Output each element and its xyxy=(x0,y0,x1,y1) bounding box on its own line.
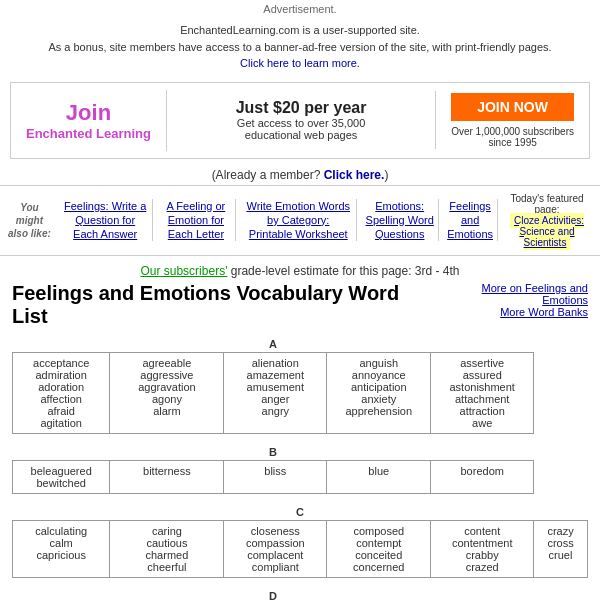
section-d-header: D xyxy=(13,586,534,601)
member-link[interactable]: Click here. xyxy=(324,168,385,182)
banner-right: JOIN NOW Over 1,000,000 subscribers sinc… xyxy=(436,83,589,158)
subscribers-link[interactable]: Our subscribers' xyxy=(140,264,227,278)
main-title-row: Feelings and Emotions Vocabulary Word Li… xyxy=(12,282,588,328)
nav-link-emotion-words[interactable]: Write Emotion Words by Category: Printab… xyxy=(240,199,357,242)
banner-join: Join Enchanted Learning xyxy=(11,90,167,151)
nav-links: Feelings: Write a Question for Each Answ… xyxy=(59,191,592,250)
nav-link-emotions-spelling[interactable]: Emotions: Spelling Word Questions xyxy=(361,199,439,242)
section-b-header: B xyxy=(13,442,534,461)
page-title: Feelings and Emotions Vocabulary Word Li… xyxy=(12,282,435,328)
title-links: More on Feelings and Emotions More Word … xyxy=(435,282,588,318)
join-now-button[interactable]: JOIN NOW xyxy=(451,93,574,121)
table-row: acceptance admiration adoration affectio… xyxy=(13,352,588,433)
table-row: beleaguered bewitched bitterness bliss b… xyxy=(13,460,588,493)
word-table: A acceptance admiration adoration affect… xyxy=(12,334,588,601)
you-might-label: Youmightalso like: xyxy=(8,201,51,240)
ad-bar: Advertisement. xyxy=(0,0,600,18)
enchanted-bar: EnchantedLearning.com is a user-supporte… xyxy=(0,18,600,76)
table-row: calculating calm capricious caring cauti… xyxy=(13,520,588,577)
featured-link[interactable]: Cloze Activities: Science and Scientists xyxy=(510,213,584,250)
more-word-banks-link[interactable]: More Word Banks xyxy=(435,306,588,318)
section-c-header: C xyxy=(13,502,588,521)
featured-label: Today's featured page: xyxy=(506,193,588,215)
section-a-header: A xyxy=(13,334,534,353)
nav-link-feelings-emotions[interactable]: Feelings and Emotions xyxy=(443,199,498,242)
learn-more-link[interactable]: Click here to learn more. xyxy=(240,57,360,69)
nav-link-feelings-question[interactable]: Feelings: Write a Question for Each Answ… xyxy=(59,199,153,242)
banner: Join Enchanted Learning Just $20 per yea… xyxy=(10,82,590,159)
nav-link-feeling-letter[interactable]: A Feeling or Emotion for Each Letter xyxy=(157,199,237,242)
nav-bar: Youmightalso like: Feelings: Write a Que… xyxy=(0,185,600,256)
member-bar: (Already a member? Click here.) xyxy=(0,165,600,185)
more-feelings-link[interactable]: More on Feelings and Emotions xyxy=(435,282,588,306)
grade-bar: Our subscribers' grade-level estimate fo… xyxy=(0,264,600,278)
banner-middle: Just $20 per year Get access to over 35,… xyxy=(167,91,436,149)
